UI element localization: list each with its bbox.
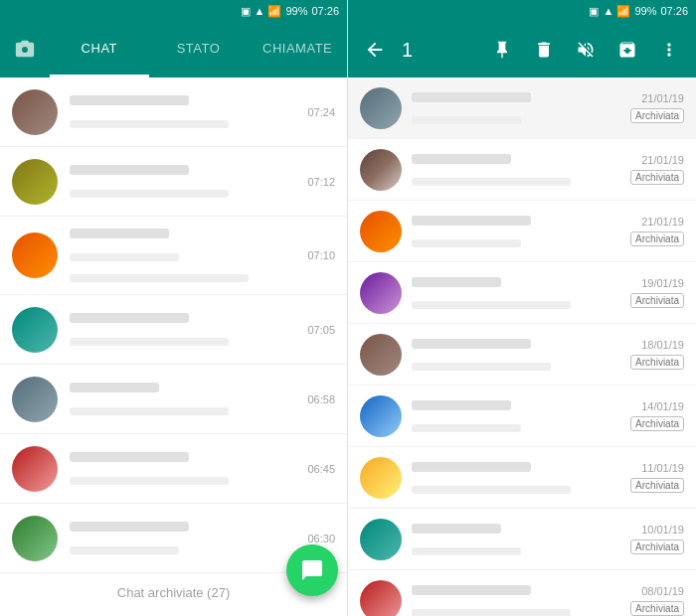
delete-button[interactable] <box>525 31 563 69</box>
list-item[interactable]: 19/01/19 Archiviata <box>348 262 696 324</box>
chat-meta: 11/01/19 Archiviata <box>630 462 684 493</box>
chat-meta: 06:58 <box>307 393 335 405</box>
right-signal-icon: ▣ <box>589 5 599 18</box>
list-item[interactable]: 21/01/19 Archiviata <box>348 77 696 139</box>
chat-meta: 19/01/19 Archiviata <box>630 277 684 308</box>
chat-message <box>70 407 229 415</box>
chat-name <box>412 339 531 349</box>
chat-name <box>70 229 169 238</box>
right-panel: ▣ ▲ 📶 99% 07:26 1 <box>348 0 696 616</box>
left-status-icons: ▣ ▲ 📶 <box>241 5 281 18</box>
chat-meta: 10/01/19 Archiviata <box>630 524 684 554</box>
right-status-bar: ▣ ▲ 📶 99% 07:26 <box>348 0 696 22</box>
chat-message <box>412 424 521 432</box>
avatar <box>12 89 58 135</box>
chat-content <box>412 396 622 436</box>
list-item[interactable]: 06:58 <box>0 365 347 434</box>
avatar <box>360 149 402 191</box>
right-time: 07:26 <box>660 5 688 17</box>
chat-content <box>70 379 299 419</box>
avatar <box>360 211 402 252</box>
left-status-bar: ▣ ▲ 📶 99% 07:26 <box>0 0 347 22</box>
list-item[interactable]: 21/01/19 Archiviata <box>348 201 696 262</box>
left-panel-wrapper: ▣ ▲ 📶 99% 07:26 CHAT STATO CHIAMATE <box>0 0 348 616</box>
back-button[interactable] <box>356 31 394 69</box>
archived-badge: Archiviata <box>630 601 684 616</box>
right-chat-list: 21/01/19 Archiviata 21/01/19 Archiviata <box>348 77 696 616</box>
chat-meta: 21/01/19 Archiviata <box>630 216 684 246</box>
more-options-button[interactable] <box>650 31 688 69</box>
chat-message <box>70 338 229 346</box>
chat-meta: 07:10 <box>307 249 335 261</box>
tab-stato[interactable]: STATO <box>149 22 249 77</box>
chat-meta: 21/01/19 Archiviata <box>630 92 684 123</box>
chat-message <box>70 477 229 485</box>
pin-button[interactable] <box>483 31 521 69</box>
avatar <box>360 519 402 560</box>
list-item[interactable]: 07:24 <box>0 77 347 147</box>
chat-message <box>70 253 179 261</box>
chat-name <box>412 400 511 410</box>
chat-message <box>412 363 551 371</box>
chat-content <box>412 273 622 313</box>
list-item[interactable]: 14/01/19 Archiviata <box>348 385 696 447</box>
chat-name <box>412 154 511 164</box>
mute-button[interactable] <box>567 31 605 69</box>
archived-badge: Archiviata <box>630 170 684 185</box>
chat-name <box>412 524 501 534</box>
list-item[interactable]: 11/01/19 Archiviata <box>348 447 696 509</box>
archive-button[interactable] <box>609 31 646 69</box>
chat-name <box>70 522 189 532</box>
left-panel: ▣ ▲ 📶 99% 07:26 CHAT STATO CHIAMATE <box>0 0 348 616</box>
chat-message <box>412 486 571 494</box>
tab-chat[interactable]: CHAT <box>50 22 149 77</box>
chat-meta: 18/01/19 Archiviata <box>630 339 684 370</box>
chat-message-2 <box>70 274 249 282</box>
list-item[interactable]: 07:05 <box>0 295 347 365</box>
chat-message <box>412 239 521 247</box>
chat-name <box>70 383 159 392</box>
chat-name <box>70 452 189 462</box>
chat-name <box>412 92 531 102</box>
fab-button[interactable] <box>286 544 338 596</box>
chat-content <box>70 448 299 489</box>
left-time: 07:26 <box>311 5 339 17</box>
chat-message <box>412 609 571 617</box>
chat-meta: 08/01/19 Archiviata <box>630 585 684 616</box>
avatar <box>360 580 402 617</box>
list-item[interactable]: 07:12 <box>0 147 347 217</box>
right-status-icons: ▲ 📶 <box>603 5 630 18</box>
chat-content <box>70 309 299 350</box>
list-item[interactable]: 18/01/19 Archiviata <box>348 324 696 385</box>
chat-name <box>412 216 531 226</box>
list-item[interactable]: 07:10 <box>0 217 347 295</box>
chat-content <box>412 88 622 128</box>
archived-badge: Archiviata <box>630 355 684 370</box>
avatar <box>12 377 58 422</box>
chat-message <box>70 546 179 554</box>
chat-content <box>70 91 299 132</box>
chat-name <box>412 585 531 595</box>
camera-icon[interactable] <box>0 22 50 77</box>
list-item[interactable]: 06:45 <box>0 434 347 504</box>
archived-badge: Archiviata <box>630 293 684 308</box>
avatar <box>12 446 58 492</box>
list-item[interactable]: 21/01/19 Archiviata <box>348 139 696 201</box>
tab-chiamate[interactable]: CHIAMATE <box>248 22 347 77</box>
list-item[interactable]: 10/01/19 Archiviata <box>348 509 696 570</box>
chat-meta: 07:12 <box>307 176 335 188</box>
chat-content <box>70 225 299 286</box>
chat-message <box>70 190 229 198</box>
chat-meta: 07:05 <box>307 324 335 336</box>
chat-meta: 21/01/19 Archiviata <box>630 154 684 185</box>
archived-badge: Archiviata <box>630 231 684 246</box>
avatar <box>12 307 58 353</box>
chat-message <box>412 116 521 124</box>
chat-message <box>412 178 571 186</box>
list-item[interactable]: 08/01/19 Archiviata <box>348 570 696 616</box>
nav-tabs: CHAT STATO CHIAMATE <box>50 22 347 77</box>
chat-message <box>412 547 521 555</box>
archived-badge: Archiviata <box>630 539 684 554</box>
chat-content <box>412 458 622 498</box>
avatar <box>12 516 58 561</box>
